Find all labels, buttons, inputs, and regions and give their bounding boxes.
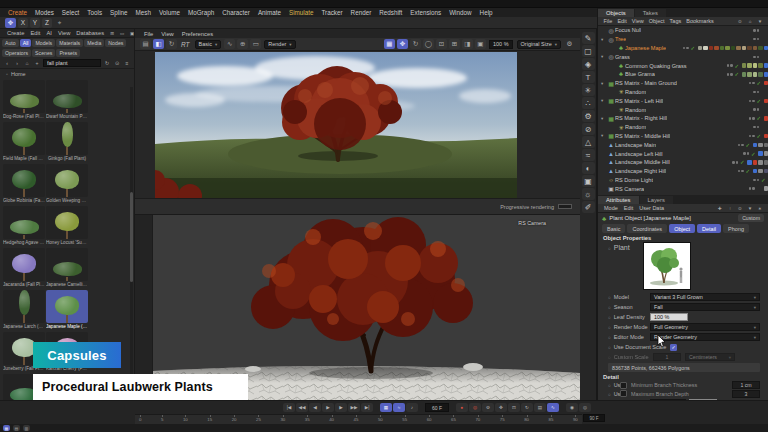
enable-check-icon[interactable]: ✓ bbox=[751, 151, 758, 157]
attribute-value[interactable]: 100 % bbox=[650, 313, 688, 321]
texture-tag[interactable] bbox=[753, 169, 758, 174]
panel-tab[interactable]: Objects bbox=[598, 9, 634, 17]
menu-item[interactable]: Redshift bbox=[375, 9, 406, 16]
picture-viewer-menu-item[interactable]: Preferences bbox=[179, 31, 216, 37]
visibility-dots[interactable] bbox=[753, 91, 761, 94]
back-icon[interactable]: ‹ bbox=[3, 59, 11, 67]
record-scale-icon[interactable]: ⊡ bbox=[508, 403, 520, 412]
menu-item[interactable]: Simulate bbox=[285, 9, 318, 16]
attribute-value[interactable]: Fall bbox=[650, 303, 760, 311]
record-parameter-icon[interactable]: ▤ bbox=[534, 403, 546, 412]
picture-viewer-menu-item[interactable]: View bbox=[158, 31, 176, 37]
keyframe-settings-icon[interactable]: ⚙ bbox=[482, 403, 494, 412]
asset-filter-button[interactable]: Materials bbox=[56, 39, 83, 47]
axis-lock-button[interactable]: X bbox=[18, 18, 28, 28]
solo-single-icon[interactable]: ◎ bbox=[579, 403, 591, 412]
asset-filter-button[interactable]: Nodes bbox=[105, 39, 126, 47]
custom-scale-value-field[interactable]: 1 bbox=[653, 353, 681, 361]
motext-icon[interactable]: T bbox=[582, 71, 595, 83]
use-checkbox[interactable] bbox=[620, 382, 627, 389]
geometry-info[interactable]: 836738 Points, 662436 Polygons bbox=[608, 363, 760, 372]
camera-icon[interactable]: ▣ bbox=[582, 175, 595, 187]
menu-item[interactable]: Character bbox=[218, 9, 254, 16]
goto-start-icon[interactable]: |◀ bbox=[283, 403, 295, 412]
texture-tag[interactable] bbox=[747, 46, 752, 51]
detail-view-icon[interactable]: ▥ bbox=[23, 425, 30, 431]
custom-scale-unit-dropdown[interactable]: Centimeters bbox=[685, 353, 735, 361]
annotation-icon[interactable]: ✐ bbox=[582, 201, 595, 213]
fullscreen-icon[interactable]: ⊡ bbox=[436, 39, 447, 49]
object-row[interactable]: ▲ Landscape Middle Hill ✓ bbox=[598, 158, 768, 167]
texture-tag[interactable] bbox=[736, 46, 741, 51]
visibility-dots[interactable] bbox=[749, 117, 757, 120]
asset-item[interactable]: Field Maple (Fall Plant) bbox=[3, 122, 45, 162]
visibility-dots[interactable] bbox=[732, 161, 740, 164]
menu-item[interactable]: Tracker bbox=[317, 9, 346, 16]
size-dropdown[interactable]: Original Size bbox=[517, 40, 561, 49]
enable-check-icon[interactable]: ✓ bbox=[746, 168, 753, 174]
texture-tag[interactable] bbox=[764, 46, 768, 51]
asset-filter-button[interactable]: Scenes bbox=[32, 49, 55, 57]
grid-view-icon[interactable]: ▦ bbox=[3, 425, 10, 431]
object-row[interactable]: ▾ ▦ RS Matrix - Right Hill ✓ bbox=[598, 114, 768, 123]
texture-tag[interactable] bbox=[764, 99, 768, 104]
object-row[interactable]: ▾ ▦ RS Matrix - Left Hill ✓ bbox=[598, 96, 768, 105]
visibility-dots[interactable] bbox=[753, 108, 761, 111]
visibility-dots[interactable] bbox=[753, 56, 761, 59]
prev-key-icon[interactable]: ◀◀ bbox=[296, 403, 308, 412]
rendered-image[interactable] bbox=[155, 52, 517, 198]
texture-tag[interactable] bbox=[742, 63, 747, 68]
custom-button[interactable]: Custom bbox=[738, 214, 764, 222]
asset-item[interactable]: Jacaranda (Fall Plant) bbox=[3, 248, 45, 288]
texture-tag[interactable] bbox=[758, 151, 763, 156]
axis-lock-button[interactable]: Z bbox=[42, 18, 52, 28]
float-icon[interactable]: ▣ bbox=[128, 30, 135, 37]
goto-end-icon[interactable]: ▶| bbox=[361, 403, 373, 412]
environment-icon[interactable]: ◐ bbox=[582, 162, 595, 174]
enable-check-icon[interactable]: ✓ bbox=[735, 63, 742, 69]
texture-tag[interactable] bbox=[731, 46, 736, 51]
enable-check-icon[interactable]: ✓ bbox=[757, 80, 764, 86]
menu-item[interactable]: Modes bbox=[31, 9, 58, 16]
enable-check-icon[interactable]: ✓ bbox=[757, 115, 764, 121]
texture-tag[interactable] bbox=[714, 46, 719, 51]
lock-icon[interactable]: ⊙ bbox=[113, 59, 121, 67]
asset-filter-button[interactable]: Media bbox=[84, 39, 104, 47]
object-row[interactable]: ♣ Blue Grama ✓ bbox=[598, 70, 768, 79]
texture-tag[interactable] bbox=[764, 169, 768, 174]
autokey-icon[interactable]: ◎ bbox=[469, 403, 481, 412]
pin-icon[interactable]: ∗ bbox=[756, 205, 764, 212]
asset-item[interactable]: Dwarf Mountain Pine L... bbox=[46, 80, 88, 120]
texture-tag[interactable] bbox=[747, 63, 752, 68]
filter-icon[interactable]: ▼ bbox=[746, 205, 754, 212]
texture-tag[interactable] bbox=[753, 72, 758, 77]
timeline-ruler[interactable]: 051015202530354045505560657075808590 bbox=[135, 414, 582, 424]
menu-item[interactable]: Mesh bbox=[132, 9, 155, 16]
panel-tab[interactable]: Attributes bbox=[598, 196, 639, 204]
visibility-dots[interactable] bbox=[753, 126, 761, 129]
attribute-tab[interactable]: Phong bbox=[723, 224, 749, 233]
asset-browser-menu-item[interactable]: Edit bbox=[27, 30, 43, 36]
light-icon[interactable]: ☼ bbox=[582, 188, 595, 200]
coordinate-system-icon[interactable]: ⌖ bbox=[54, 18, 65, 28]
menu-item[interactable]: Select bbox=[58, 9, 84, 16]
visibility-dots[interactable] bbox=[749, 100, 757, 103]
attribute-tab[interactable]: Object bbox=[669, 224, 695, 233]
visibility-dots[interactable] bbox=[749, 187, 757, 190]
tracer-icon[interactable]: ≈ bbox=[582, 149, 595, 161]
dynamics-icon[interactable]: ⚙ bbox=[582, 110, 595, 122]
plant-preview-thumbnail[interactable] bbox=[643, 242, 691, 290]
object-row[interactable]: ✳ Random bbox=[598, 88, 768, 97]
enable-check-icon[interactable]: ✓ bbox=[691, 45, 698, 51]
move-tool-icon[interactable]: ✥ bbox=[5, 18, 16, 28]
texture-tag[interactable] bbox=[758, 143, 763, 148]
menu-item[interactable]: Help bbox=[476, 9, 497, 16]
sound-icon[interactable]: ♪ bbox=[406, 403, 418, 412]
object-row[interactable]: ♣ Common Quaking Grass ✓ bbox=[598, 61, 768, 70]
visibility-dots[interactable] bbox=[753, 179, 761, 182]
attributes-menu-item[interactable]: Mode bbox=[601, 205, 621, 211]
visibility-dots[interactable] bbox=[753, 29, 761, 32]
object-row[interactable]: ☼ RS Dome Light ✓ bbox=[598, 176, 768, 185]
play-icon[interactable]: ▶ bbox=[322, 403, 334, 412]
asset-item[interactable]: Japanese Camellia (Fal... bbox=[46, 248, 88, 288]
